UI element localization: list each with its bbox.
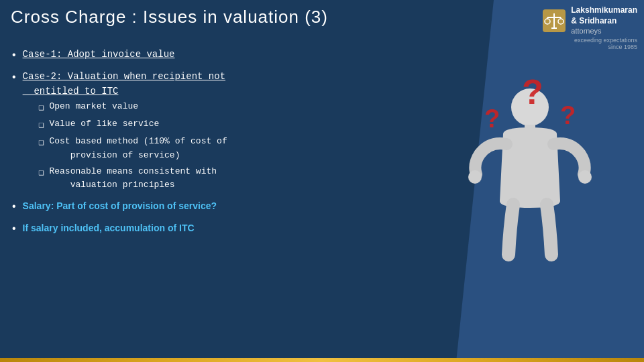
firm-name-line1: Lakshmikumaran <box>571 5 637 16</box>
sub-text-omv: Open market value <box>49 100 138 114</box>
svg-text:?: ? <box>560 101 576 129</box>
bullet-ifsal: • If salary included, accumulation of IT… <box>11 221 423 239</box>
bullet-salary: • Salary: Part of cost of provision of s… <box>11 198 423 217</box>
sub-item-rmv: ❑ Reasonable means consistent with valua… <box>39 165 227 193</box>
sub-items-case2: ❑ Open market value ❑ Value of like serv… <box>39 100 227 192</box>
svg-point-10 <box>468 170 482 184</box>
firm-name-line2: & Sridharan <box>571 16 637 27</box>
sub-text-vls: Value of like service <box>49 117 159 131</box>
figure-area: ? ? ? <box>443 54 617 282</box>
logo-area: Lakshmikumaran & Sridharan attorneys exc… <box>541 5 637 50</box>
bullet-text-case2: Case-2: Valuation when recipient not ent… <box>23 71 225 97</box>
bullet-dot-4: • <box>11 221 17 239</box>
sub-item-omv: ❑ Open market value <box>39 100 227 115</box>
svg-text:?: ? <box>484 105 500 133</box>
checkbox-icon-omv: ❑ <box>39 101 44 115</box>
logo-box: Lakshmikumaran & Sridharan attorneys <box>541 5 637 36</box>
slide: Lakshmikumaran & Sridharan attorneys exc… <box>0 0 644 362</box>
bullet-dot-3: • <box>11 199 17 217</box>
sub-item-cbm: ❑ Cost based method (110% of cost of pro… <box>39 135 227 163</box>
person-figure: ? ? ? <box>449 67 610 268</box>
bottom-bar <box>0 358 644 362</box>
sub-text-cbm: Cost based method (110% of cost of provi… <box>49 135 227 163</box>
checkbox-icon-rmv: ❑ <box>39 166 44 180</box>
checkbox-icon-vls: ❑ <box>39 119 44 133</box>
bullet-case2: • Case-2: Valuation when recipient not e… <box>11 69 423 195</box>
bullet-text-case1: Case-1: Adopt invoice value <box>23 47 175 62</box>
sub-item-vls: ❑ Value of like service <box>39 117 227 133</box>
firm-type: attorneys <box>571 26 637 36</box>
logo-text: Lakshmikumaran & Sridharan attorneys <box>571 5 637 36</box>
bullet-text-salary: Salary: Part of cost of provision of ser… <box>23 198 217 213</box>
bullet-text-ifsal: If salary included, accumulation of ITC <box>23 221 195 235</box>
bullet-dot-2: • <box>11 70 17 87</box>
bullet-case2-content: Case-2: Valuation when recipient not ent… <box>23 69 227 195</box>
content-area: • Case-1: Adopt invoice value • Case-2: … <box>11 47 423 355</box>
svg-point-11 <box>578 170 592 184</box>
page-title: Cross Charge : Issues in valuation (3) <box>11 7 328 27</box>
sub-text-rmv: Reasonable means consistent with valuati… <box>49 165 217 193</box>
bullet-dot-1: • <box>11 48 17 65</box>
checkbox-icon-cbm: ❑ <box>39 136 44 150</box>
svg-text:?: ? <box>522 72 543 111</box>
logo-icon <box>541 8 567 34</box>
logo-tagline: exceeding expectations since 1985 <box>574 37 637 50</box>
bullet-case1: • Case-1: Adopt invoice value <box>11 47 423 65</box>
title-bar: Cross Charge : Issues in valuation (3) <box>11 7 328 27</box>
